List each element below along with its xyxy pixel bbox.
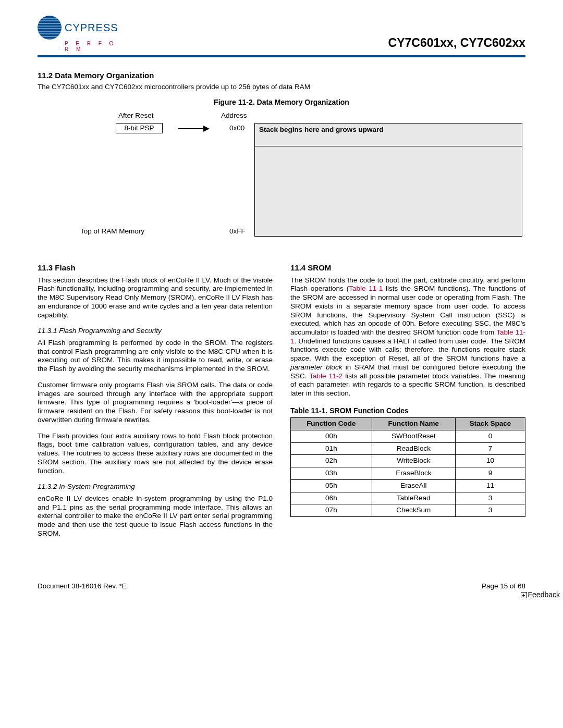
table-row: 07hCheckSum3 [291,504,525,517]
footer-doc: Document 38-16016 Rev. *E [38,582,127,590]
psp-box: 8-bit PSP [116,123,163,133]
table-row: 02hWriteBlock10 [291,455,525,467]
th-stack-space: Stack Space [455,418,525,430]
cypress-logo: CYPRESS P E R F O R M [38,16,126,52]
feedback-link[interactable]: +Feedback [520,590,561,599]
flash-p4: The Flash provides four extra auxiliary … [38,432,273,476]
memory-diagram: After Reset 8-bit PSP Address 0x00 Stack… [74,112,528,239]
figure-11-2-caption: Figure 11-2. Data Memory Organization [38,98,525,106]
table-row: 01hReadBlock7 [291,442,525,455]
srom-paragraph: The SROM holds the code to boot the part… [290,276,525,398]
left-column: 11.3 Flash This section describes the Fl… [38,250,273,546]
logo-subtitle: P E R F O R M [65,41,126,52]
section-11-2-heading: 11.2 Data Memory Organization [38,71,525,80]
label-after-reset: After Reset [118,112,154,119]
flash-p5: enCoRe II LV devices enable in-system pr… [38,495,273,538]
label-0xff: 0xFF [229,227,246,235]
table-row: 03hEraseBlock9 [291,467,525,480]
logo-text: CYPRESS [65,22,118,34]
th-function-name: Function Name [372,418,455,430]
section-11-3-heading: 11.3 Flash [38,263,273,273]
section-11-3-2-heading: 11.3.2 In-System Programming [38,483,273,491]
section-11-3-1-heading: 11.3.1 Flash Programming and Security [38,327,273,336]
section-11-4-heading: 11.4 SROM [290,263,525,273]
section-11-2-text: The CY7C601xx and CY7C602xx microcontrol… [38,83,525,91]
page-footer: Document 38-16016 Rev. *E Page 15 of 68 [38,582,525,590]
srom-function-codes-table: Function Code Function Name Stack Space … [290,417,525,517]
footer-page: Page 15 of 68 [482,582,525,590]
document-title: CY7C601xx, CY7C602xx [388,36,525,50]
stack-note: Stack begins here and grows upward [255,124,522,146]
flash-p3: Customer firmware only programs Flash vi… [38,381,273,425]
table-row: 00hSWBootReset0 [291,430,525,442]
th-function-code: Function Code [291,418,372,430]
table-row: 06hTableRead3 [291,492,525,504]
label-address: Address [221,112,247,119]
table-row: 05hEraseAll11 [291,479,525,492]
link-table-11-1[interactable]: Table 11-1 [349,285,383,292]
plus-icon: + [521,592,527,598]
table-11-1-caption: Table 11-1. SROM Function Codes [290,406,525,415]
flash-p2: All Flash programming is performed by co… [38,339,273,374]
right-column: 11.4 SROM The SROM holds the code to boo… [290,250,525,546]
page-header: CYPRESS P E R F O R M CY7C601xx, CY7C602… [38,16,525,57]
globe-icon [38,16,62,40]
arrow-right-icon [178,126,210,131]
flash-intro: This section describes the Flash block o… [38,276,273,320]
stack-region: Stack begins here and grows upward [254,123,522,237]
link-table-11-2[interactable]: Table 11-2 [309,372,342,380]
label-0x00: 0x00 [229,124,244,132]
label-top-of-ram: Top of RAM Memory [80,227,144,235]
